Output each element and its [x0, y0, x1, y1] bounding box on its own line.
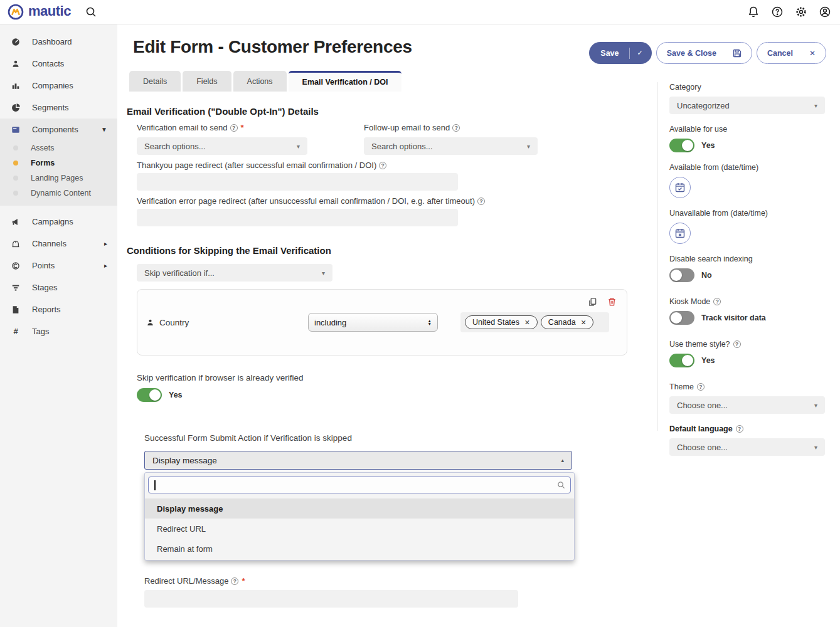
browser-skip-toggle[interactable]	[137, 388, 162, 402]
bell-icon[interactable]	[747, 6, 760, 18]
submit-action-select[interactable]: Display message	[144, 451, 572, 470]
sidebar-item-segments[interactable]: Segments	[0, 97, 117, 119]
option-display-message[interactable]: Display message	[145, 498, 574, 519]
help-icon[interactable]	[697, 383, 704, 391]
help-icon[interactable]	[733, 340, 741, 348]
cancel-button[interactable]: Cancel ✕	[757, 42, 826, 64]
theme-select[interactable]: Choose one...	[669, 396, 825, 414]
label-text: Redirect URL/Message	[144, 576, 228, 586]
default-language-select[interactable]: Choose one...	[669, 438, 825, 456]
redirect-url-message-input[interactable]	[144, 590, 518, 608]
caret-down-icon	[297, 143, 300, 150]
tab-actions[interactable]: Actions	[233, 71, 287, 92]
help-icon[interactable]	[452, 124, 460, 132]
tab-email-verification-doi[interactable]: Email Verification / DOI	[289, 71, 402, 92]
thankyou-redirect-input[interactable]	[137, 173, 458, 191]
calendar-x-icon	[674, 228, 686, 239]
copy-icon[interactable]	[588, 297, 597, 307]
skip-verification-select[interactable]: Skip verification if...	[137, 264, 332, 282]
category-select[interactable]: Uncategorized	[669, 97, 825, 114]
option-redirect-url[interactable]: Redirect URL	[145, 519, 574, 539]
value-chip[interactable]: United States ✕	[465, 315, 538, 329]
help-icon[interactable]	[771, 6, 784, 18]
label-text: Default language	[669, 424, 733, 433]
sidebar-item-points[interactable]: Points ▸	[0, 255, 117, 277]
verification-email-select[interactable]: Search options...	[137, 137, 307, 155]
trash-icon[interactable]	[607, 297, 617, 307]
submit-action-dropdown: Display message Redirect URL Remain at f…	[144, 472, 575, 561]
bullet-icon	[13, 145, 18, 150]
use-theme-style-toggle[interactable]	[669, 354, 694, 367]
sidebar-group-components: Components ▼ Assets Forms Landing Pages …	[0, 119, 117, 206]
value-chip[interactable]: Canada ✕	[541, 315, 594, 329]
sidebar-item-landing-pages[interactable]: Landing Pages	[0, 171, 117, 186]
sidebar-item-dynamic-content[interactable]: Dynamic Content	[0, 186, 117, 201]
help-icon[interactable]	[477, 198, 485, 205]
mautic-logo[interactable]: mautic	[8, 4, 71, 20]
kiosk-mode-toggle[interactable]	[669, 311, 694, 325]
label-text: Thankyou page redirect (after successful…	[137, 161, 376, 170]
select-value: Choose one...	[677, 401, 728, 410]
option-remain-at-form[interactable]: Remain at form	[145, 539, 574, 559]
gear-icon[interactable]	[795, 6, 807, 18]
sidebar-item-label: Dashboard	[32, 37, 72, 46]
tab-fields[interactable]: Fields	[183, 71, 231, 92]
help-icon[interactable]	[736, 425, 743, 433]
sidebar-item-components[interactable]: Components ▼	[0, 119, 117, 140]
help-icon[interactable]	[713, 298, 721, 305]
chip-remove-icon[interactable]: ✕	[524, 319, 530, 326]
broadcast-icon	[11, 240, 20, 248]
help-icon[interactable]	[231, 577, 238, 585]
chevron-right-icon: ▸	[104, 240, 107, 247]
caret-down-icon	[322, 270, 325, 277]
divider	[657, 82, 657, 431]
followup-email-select[interactable]: Search options...	[364, 137, 538, 155]
bullet-icon	[13, 161, 18, 166]
help-icon[interactable]	[230, 124, 238, 132]
condition-card: Country including ▲▼ United States ✕ Can…	[137, 289, 627, 356]
default-language-label: Default language	[669, 424, 825, 433]
help-icon[interactable]	[379, 162, 386, 169]
category-label: Category	[669, 83, 825, 92]
unavailable-from-calendar-button[interactable]	[669, 223, 691, 244]
sidebar-item-label: Companies	[32, 81, 73, 90]
available-from-calendar-button[interactable]	[669, 177, 691, 198]
dropdown-search-input[interactable]	[154, 480, 565, 490]
disable-search-indexing-toggle[interactable]	[669, 268, 694, 282]
sidebar-item-stages[interactable]: Stages	[0, 277, 117, 298]
form-content: Edit Form - Customer Preferences Details…	[117, 24, 657, 608]
close-icon: ✕	[809, 49, 816, 58]
sidebar-item-tags[interactable]: # Tags	[0, 320, 117, 342]
caret-down-icon	[814, 444, 817, 451]
sidebar-item-label: Segments	[32, 103, 69, 112]
sidebar-item-assets[interactable]: Assets	[0, 140, 117, 155]
sidebar-item-label: Components	[32, 125, 78, 134]
available-for-use-toggle[interactable]	[669, 139, 694, 152]
sidebar-item-label: Campaigns	[32, 217, 73, 226]
sidebar-item-reports[interactable]: Reports	[0, 298, 117, 320]
label-text: Kiosk Mode	[669, 297, 710, 306]
save-and-close-button[interactable]: Save & Close	[656, 42, 752, 64]
tab-label: Actions	[247, 77, 273, 86]
sidebar-item-dashboard[interactable]: Dashboard	[0, 31, 117, 53]
chevron-right-icon: ▸	[104, 262, 107, 269]
cancel-button-label: Cancel	[767, 49, 793, 58]
use-theme-style-label: Use theme style?	[669, 340, 825, 349]
chip-remove-icon[interactable]: ✕	[581, 319, 587, 326]
sidebar-item-companies[interactable]: Companies	[0, 75, 117, 97]
search-icon[interactable]	[85, 6, 97, 18]
dropdown-search[interactable]	[148, 477, 571, 493]
sidebar-item-campaigns[interactable]: Campaigns	[0, 211, 117, 233]
tab-details[interactable]: Details	[129, 71, 181, 92]
report-icon	[11, 305, 20, 314]
condition-values[interactable]: United States ✕ Canada ✕	[460, 312, 609, 332]
condition-operator-select[interactable]: including ▲▼	[308, 313, 438, 332]
user-icon[interactable]	[819, 6, 831, 18]
sidebar-item-channels[interactable]: Channels ▸	[0, 233, 117, 255]
sidebar-item-contacts[interactable]: Contacts	[0, 53, 117, 75]
sidebar-item-label: Channels	[32, 239, 66, 248]
option-label: Remain at form	[157, 544, 213, 554]
error-redirect-input[interactable]	[137, 209, 458, 226]
sidebar-item-forms[interactable]: Forms	[0, 155, 117, 171]
megaphone-icon	[11, 218, 20, 226]
